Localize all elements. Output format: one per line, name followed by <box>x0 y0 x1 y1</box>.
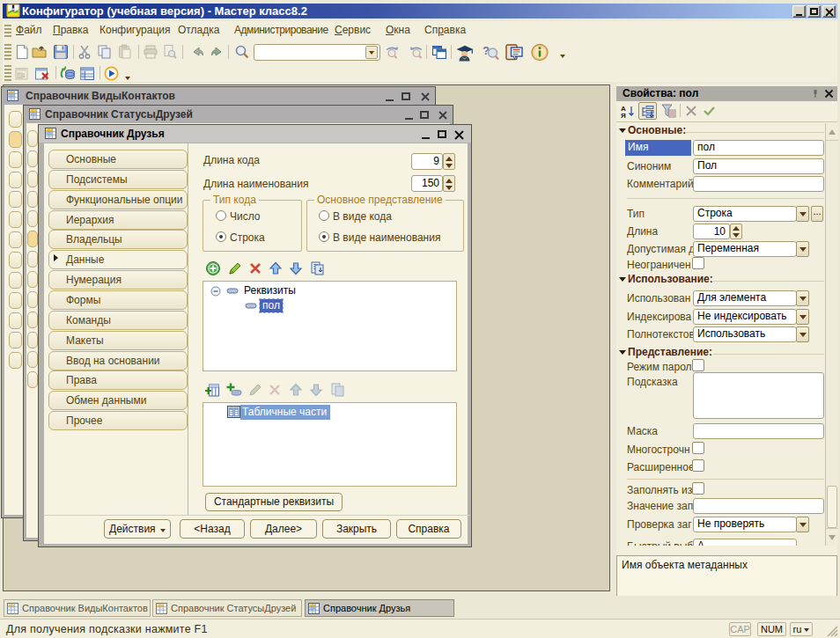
svg-text:Я: Я <box>621 112 626 120</box>
